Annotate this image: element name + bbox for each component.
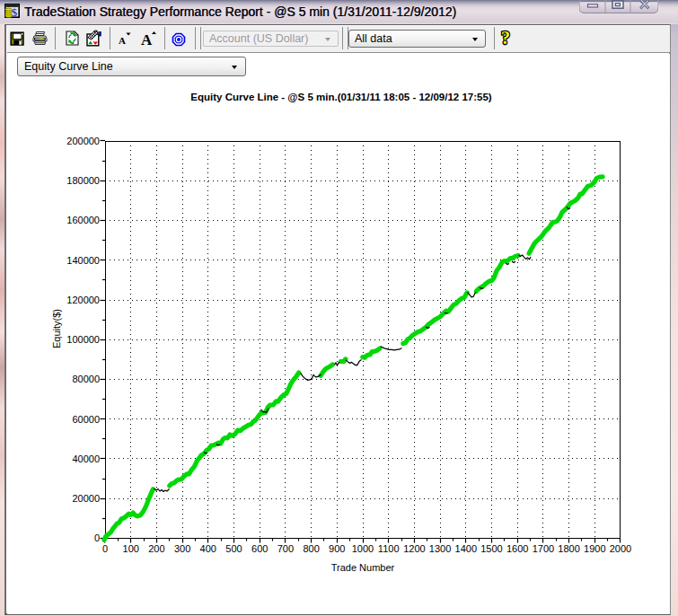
svg-text:?: ?	[501, 28, 510, 48]
svg-text:A: A	[119, 35, 126, 46]
svg-text:A: A	[141, 31, 153, 47]
